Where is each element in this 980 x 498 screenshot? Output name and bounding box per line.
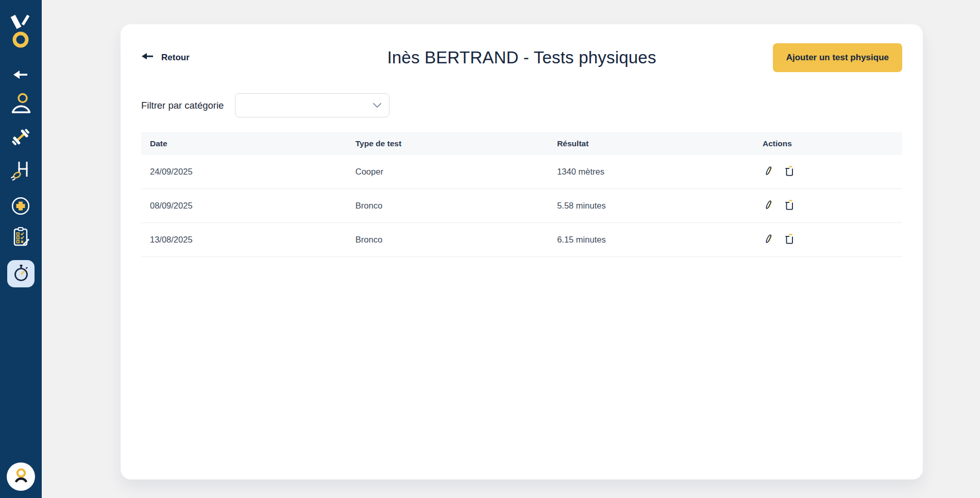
sidebar-item-players[interactable]	[9, 92, 32, 114]
cell-result: 1340 mètres	[548, 167, 754, 177]
sidebar-item-training[interactable]	[9, 126, 32, 148]
stopwatch-icon	[11, 263, 31, 285]
trash-icon	[783, 233, 796, 247]
cell-date: 08/09/2025	[141, 201, 347, 211]
filter-label: Filtrer par catégorie	[141, 100, 224, 111]
table-row: 24/09/2025 Cooper 1340 mètres	[141, 155, 902, 189]
rugby-posts-icon	[9, 160, 32, 182]
cell-type: Cooper	[347, 167, 548, 177]
sidebar-item-collapse-menu[interactable]	[9, 63, 32, 86]
filter-row: Filtrer par catégorie	[141, 93, 902, 117]
cell-type: Bronco	[347, 201, 548, 211]
arrow-left-icon	[12, 69, 29, 80]
cell-result: 6.15 minutes	[548, 235, 754, 245]
tests-card: Retour Inès BERTRAND - Tests physiques A…	[121, 24, 923, 479]
delete-test-button[interactable]	[783, 233, 796, 247]
delete-test-button[interactable]	[783, 165, 796, 179]
medical-cross-icon	[9, 195, 32, 217]
cell-actions	[754, 165, 902, 179]
arrow-left-icon	[141, 52, 155, 63]
edit-test-button[interactable]	[763, 233, 776, 247]
checklist-icon	[9, 226, 32, 248]
app-logo[interactable]	[9, 12, 32, 51]
sidebar-item-medical[interactable]	[9, 195, 32, 217]
main-content: Retour Inès BERTRAND - Tests physiques A…	[42, 0, 980, 498]
category-select-wrap	[235, 93, 390, 117]
profile-avatar[interactable]	[7, 462, 35, 491]
edit-test-button[interactable]	[763, 165, 776, 179]
sidebar-item-matches[interactable]	[9, 160, 32, 182]
sidebar-item-evaluations[interactable]	[9, 226, 32, 248]
user-avatar-icon	[12, 467, 30, 487]
table-header-row: Date Type de test Résultat Actions	[141, 132, 902, 155]
v-medal-logo-icon	[9, 12, 32, 51]
column-header-result: Résultat	[548, 139, 754, 148]
cell-type: Bronco	[347, 235, 548, 245]
edit-test-button[interactable]	[763, 199, 776, 213]
category-select[interactable]	[235, 93, 390, 117]
delete-test-button[interactable]	[783, 199, 796, 213]
cell-result: 5.58 minutes	[548, 201, 754, 211]
pencil-icon	[763, 233, 775, 247]
column-header-date: Date	[141, 139, 347, 148]
cell-actions	[754, 233, 902, 247]
sidebar-item-physical-tests[interactable]	[7, 260, 35, 287]
table-row: 13/08/2025 Bronco 6.15 minutes	[141, 223, 902, 257]
back-button[interactable]: Retour	[141, 52, 190, 63]
page-title: Inès BERTRAND - Tests physiques	[387, 48, 656, 67]
user-icon	[9, 92, 32, 114]
cell-actions	[754, 199, 902, 213]
add-physical-test-button[interactable]: Ajouter un test physique	[773, 43, 902, 72]
card-header: Retour Inès BERTRAND - Tests physiques A…	[141, 43, 902, 73]
cell-date: 24/09/2025	[141, 167, 347, 177]
pencil-icon	[763, 165, 775, 179]
table-row: 08/09/2025 Bronco 5.58 minutes	[141, 189, 902, 223]
trash-icon	[783, 199, 796, 213]
column-header-actions: Actions	[754, 139, 902, 148]
trash-icon	[783, 165, 796, 179]
column-header-type: Type de test	[347, 139, 548, 148]
pencil-icon	[763, 199, 775, 213]
sidebar	[0, 0, 42, 498]
cell-date: 13/08/2025	[141, 235, 347, 245]
dumbbell-icon	[9, 126, 32, 148]
back-button-label: Retour	[161, 53, 190, 63]
tests-table: Date Type de test Résultat Actions 24/09…	[141, 132, 902, 257]
